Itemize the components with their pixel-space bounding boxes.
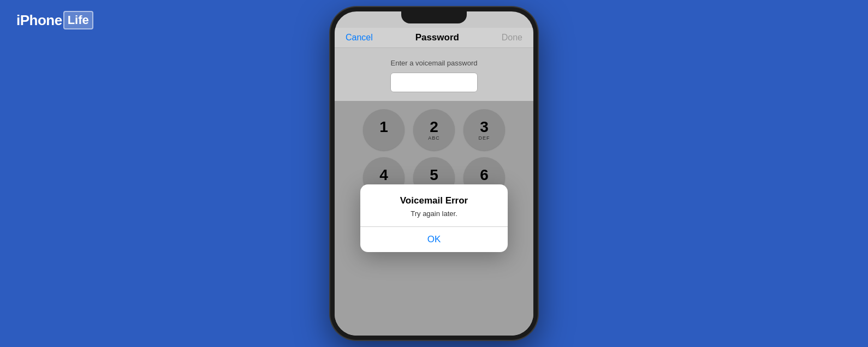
phone-screen: Cancel Password Done Enter a voicemail p… [335, 11, 533, 336]
phone-body: Cancel Password Done Enter a voicemail p… [330, 7, 538, 340]
done-button[interactable]: Done [502, 33, 522, 43]
alert-content: Voicemail Error Try again later. [360, 184, 508, 226]
alert-ok-button[interactable]: OK [360, 227, 508, 252]
alert-message: Try again later. [369, 210, 499, 218]
brand-logo: iPhone Life [16, 11, 93, 29]
phone-wrapper: Cancel Password Done Enter a voicemail p… [330, 7, 538, 340]
keypad: 1 2 ABC 3 DEF [335, 101, 533, 336]
password-input[interactable] [390, 73, 478, 92]
password-label: Enter a voicemail password [391, 59, 478, 67]
screen-content: Cancel Password Done Enter a voicemail p… [335, 11, 533, 336]
nav-bar: Cancel Password Done [335, 28, 533, 48]
alert-overlay: Voicemail Error Try again later. OK [335, 101, 533, 336]
alert-title: Voicemail Error [369, 195, 499, 206]
page-title: Password [415, 32, 459, 43]
brand-iphone-text: iPhone [16, 12, 62, 29]
password-section: Enter a voicemail password [335, 48, 533, 101]
alert-box: Voicemail Error Try again later. OK [360, 184, 508, 252]
notch [401, 11, 467, 23]
cancel-button[interactable]: Cancel [346, 33, 373, 43]
brand-life-text: Life [68, 13, 89, 27]
brand-life-box: Life [63, 11, 93, 29]
